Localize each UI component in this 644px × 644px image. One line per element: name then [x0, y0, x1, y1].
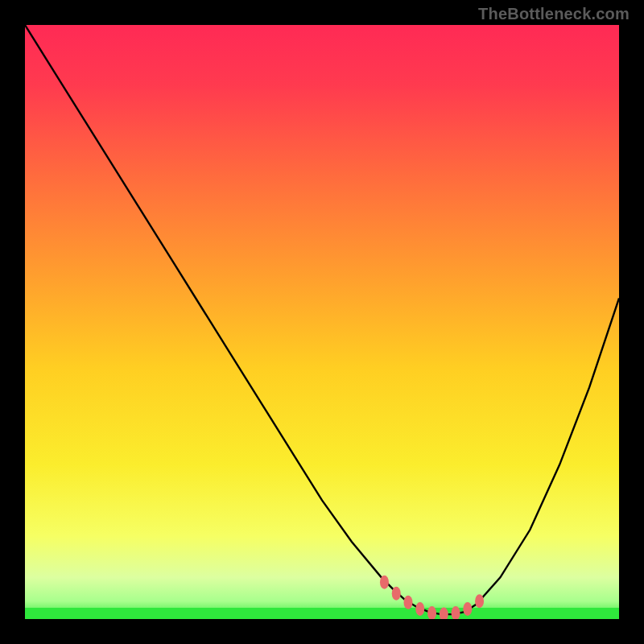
optimal-marker — [380, 576, 389, 589]
chart-frame: TheBottleneck.com — [0, 0, 644, 644]
optimal-marker — [404, 596, 413, 609]
bottleneck-chart — [25, 25, 619, 619]
plot-area — [25, 25, 619, 619]
optimal-marker — [392, 587, 401, 601]
attribution-text: TheBottleneck.com — [478, 5, 630, 23]
optimal-marker — [463, 602, 472, 616]
optimal-marker — [475, 594, 484, 608]
green-zero-band — [25, 608, 619, 619]
optimal-marker — [415, 602, 424, 616]
